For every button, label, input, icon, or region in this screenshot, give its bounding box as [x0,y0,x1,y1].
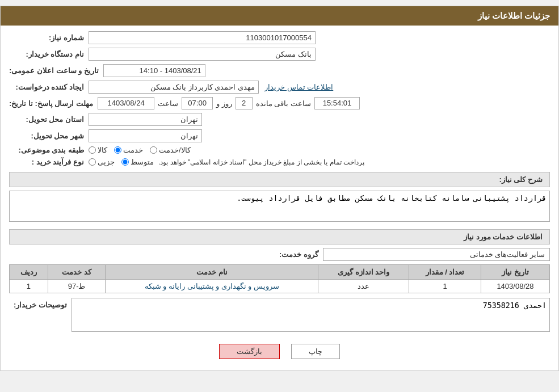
table-row: 1403/08/28 1 عدد سرویس و نگهداری و پشتیب… [10,280,550,293]
name-dastgah-row: بانک مسکن نام دستگاه خریدار: [9,48,550,61]
tabaqe-kala-label: کالا [98,146,107,154]
tabaqe-radio-group: کالا/خدمت خدمت کالا [89,146,191,154]
ostan-row: تهران استان محل تحویل: [9,113,550,126]
ostan-label: استان محل تحویل: [9,115,89,124]
shomara-niaz-value: 1103001017000554 [89,31,316,44]
grouh-row: سایر فعالیت‌های خدماتی گروه خدمت: [9,248,550,261]
tarikh-value: 1403/08/21 - 14:10 [103,64,205,77]
tabaqe-kala-khedmat-radio[interactable] [150,146,157,154]
tawzih-content: احمدی 75358216 [72,298,550,334]
page-title: جزئیات اطلاعات نیاز [478,11,550,20]
noe-jozi-radio[interactable] [89,158,96,166]
noe-farayand-row: پرداخت تمام یا بخشی از مبلغ خریداز محل "… [9,158,550,166]
services-section-title-text: اطلاعات خدمات مورد نیاز [464,233,543,241]
noe-motavaset-radio[interactable] [121,158,129,166]
mohlat-date-value: 1403/08/24 [98,97,154,109]
ostan-value: تهران [89,113,202,126]
mohlat-label: مهلت ارسال پاسخ: تا تاریخ: [9,99,98,108]
shomara-niaz-row: 1103001017000554 شماره نیاز: [9,31,550,44]
noe-farayand-motavaset: متوسط [121,158,154,166]
shahr-row: تهران شهر محل تحویل: [9,129,550,142]
tawzih-row: احمدی 75358216 توصیحات خریدار: [9,298,550,334]
noe-farayand-radio-group: متوسط جزیی [89,158,154,166]
mohlat-saat-value: 07:00 [182,97,213,109]
tabaqe-khedmat-label: خدمت [123,146,143,154]
tabaqe-option-kala-khedmat: کالا/خدمت [150,146,191,154]
grouh-label: گروه خدمت: [272,250,323,259]
grouh-value: سایر فعالیت‌های خدماتی [323,248,550,261]
noe-jozi-label: جزیی [98,158,115,166]
name-dastgah-value: بانک مسکن [89,48,316,61]
col-tarikh-niaz: تاریخ نیاز [481,265,549,280]
cell-tedad: 1 [409,280,481,293]
tabaqe-kala-radio[interactable] [89,146,96,154]
mohlat-saat-remaining-label: ساعت باقی مانده [256,99,311,108]
col-kod-khedmat: کد خدمت [48,265,105,280]
tabaqe-row: کالا/خدمت خدمت کالا طبقه بندی موضوعی: [9,146,550,154]
ejad-value: مهدی احمدی کاربرداز بانک مسکن [89,81,259,94]
noe-farayand-jozi: جزیی [89,158,115,166]
tarikh-row: 1403/08/21 - 14:10 تاریخ و ساعت اعلان عم… [9,64,550,77]
page-header: جزئیات اطلاعات نیاز [1,6,558,26]
sharh-section-title-text: شرح کلی نیاز: [499,175,543,184]
print-button[interactable]: چاپ [291,344,340,359]
cell-nam: سرویس و نگهداری و پشتیبانی رایانه و شبکه [106,280,318,293]
cell-radif: 1 [10,280,48,293]
back-button[interactable]: بازگشت [219,344,280,359]
tawzih-label: توصیحات خریدار: [9,298,72,309]
mohlat-rooz-value: 2 [236,97,253,109]
services-section-title: اطلاعات خدمات مورد نیاز [9,229,550,245]
tawzih-textarea[interactable]: احمدی 75358216 [72,298,550,332]
col-vahed: واحد اندازه گیری [318,265,409,280]
tarikh-label: تاریخ و ساعت اعلان عمومی: [9,66,103,75]
mohlat-row: 15:54:01 ساعت باقی مانده 2 روز و 07:00 س… [9,97,550,109]
sharh-content: قرارداد پشتیبانی سامانه کتابخانه بانک مس… [9,191,550,224]
noe-motavaset-label: متوسط [131,158,154,166]
tabaqe-label: طبقه بندی موضوعی: [9,146,89,154]
tabaqe-option-khedmat: خدمت [114,146,143,154]
col-nam-khedmat: نام خدمت [106,265,318,280]
shahr-value: تهران [89,129,202,142]
services-table: تاریخ نیاز تعداد / مقدار واحد اندازه گیر… [9,264,550,293]
cell-kod: ط-97 [48,280,105,293]
mohlat-remaining-value: 15:54:01 [314,97,360,109]
sharh-row: قرارداد پشتیبانی سامانه کتابخانه بانک مس… [9,191,550,224]
col-radif: ردیف [10,265,48,280]
noe-farayand-desc: پرداخت تمام یا بخشی از مبلغ خریداز محل "… [158,158,364,166]
shahr-label: شهر محل تحویل: [9,132,89,140]
tabaqe-kala-khedmat-label: کالا/خدمت [159,146,191,154]
ettelaat-tamas-link[interactable]: اطلاعات تماس خریدار [264,83,333,91]
ejad-row: اطلاعات تماس خریدار مهدی احمدی کاربرداز … [9,81,550,94]
sharh-section-title: شرح کلی نیاز: [9,172,550,187]
table-header-row: تاریخ نیاز تعداد / مقدار واحد اندازه گیر… [10,265,550,280]
buttons-row: چاپ بازگشت [9,344,550,359]
noe-farayand-label: نوع فرآیند خرید : [9,158,89,166]
cell-vahed: عدد [318,280,409,293]
tabaqe-option-kala: کالا [89,146,107,154]
mohlat-saat-label: ساعت [158,99,178,108]
shomara-niaz-label: شماره نیاز: [9,33,89,42]
tabaqe-khedmat-radio[interactable] [114,146,121,154]
ejad-label: ایجاد کننده درخواست: [9,83,89,91]
cell-tarikh: 1403/08/28 [481,280,549,293]
mohlat-rooz-label: روز و [216,99,232,108]
col-tedad: تعداد / مقدار [409,265,481,280]
name-dastgah-label: نام دستگاه خریدار: [9,50,89,58]
sharh-textarea[interactable]: قرارداد پشتیبانی سامانه کتابخانه بانک مس… [9,191,550,222]
